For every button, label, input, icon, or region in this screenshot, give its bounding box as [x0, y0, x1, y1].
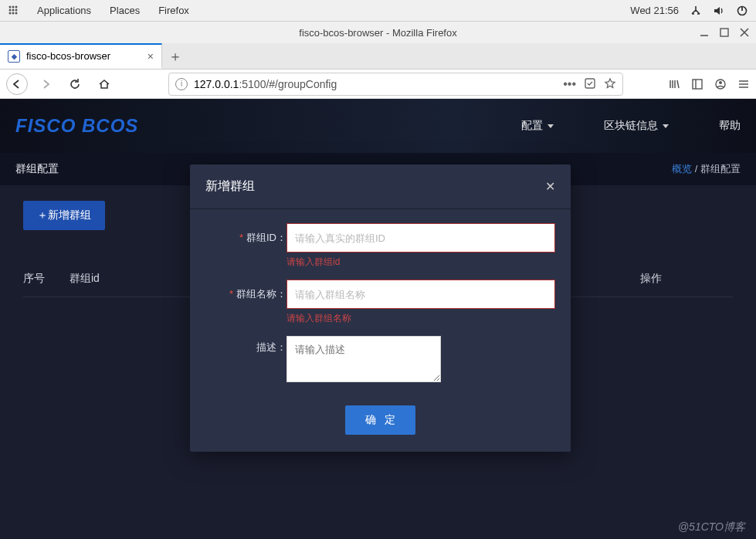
window-close[interactable]: [739, 27, 750, 38]
page-content: FISCO BCOS 配置 区块链信息 帮助 群组配置 概览 / 群组配置 ＋新…: [0, 99, 756, 539]
modal-title: 新增群组: [205, 178, 255, 195]
svg-point-3: [9, 9, 12, 12]
desc-label: 描述：: [205, 336, 286, 354]
breadcrumb-overview[interactable]: 概览: [672, 163, 692, 175]
menu-firefox[interactable]: Firefox: [158, 5, 189, 16]
url-more-icon[interactable]: •••: [563, 77, 576, 91]
menu-applications[interactable]: Applications: [37, 5, 91, 16]
window-minimize[interactable]: [699, 27, 710, 38]
nav-forward[interactable]: [34, 73, 57, 96]
breadcrumb: 概览 / 群组配置: [672, 162, 741, 176]
svg-point-2: [15, 6, 18, 8]
library-icon[interactable]: [668, 78, 680, 90]
menu-help[interactable]: 帮助: [719, 119, 741, 133]
profile-icon[interactable]: [714, 78, 727, 90]
menu-config[interactable]: 配置: [521, 119, 554, 133]
window-titlebar: fisco-bcos-browser - Mozilla Firefox: [0, 22, 756, 43]
page-title: 群组配置: [15, 162, 59, 176]
tab-favicon: ◆: [8, 50, 20, 63]
th-operation: 操作: [640, 272, 733, 286]
svg-rect-13: [585, 79, 595, 88]
url-bar[interactable]: i 127.0.0.1:5100/#/groupConfig •••: [168, 73, 623, 96]
breadcrumb-current: 群组配置: [700, 163, 741, 175]
group-name-input[interactable]: [286, 280, 555, 309]
desktop-top-bar: Applications Places Firefox Wed 21:56: [0, 0, 756, 22]
chevron-down-icon: [548, 124, 554, 128]
svg-point-0: [9, 6, 12, 8]
desc-textarea[interactable]: [286, 336, 441, 382]
site-info-icon[interactable]: i: [175, 78, 188, 90]
network-icon[interactable]: [690, 5, 702, 17]
svg-point-7: [12, 12, 15, 15]
sidebar-icon[interactable]: [691, 78, 703, 90]
close-icon[interactable]: ✕: [545, 179, 555, 194]
power-icon[interactable]: [736, 5, 748, 17]
watermark-text: @51CTO博客: [678, 520, 745, 534]
svg-point-5: [15, 9, 18, 12]
app-logo: FISCO BCOS: [15, 115, 138, 137]
url-text: 127.0.0.1:5100/#/groupConfig: [194, 78, 337, 90]
apps-icon: [8, 5, 19, 16]
volume-icon[interactable]: [713, 5, 725, 17]
svg-point-17: [719, 81, 722, 84]
add-group-modal: 新增群组 ✕ *群组ID： 请输入群组id *群组名称： 请输入群组名称 描述：: [190, 164, 571, 452]
svg-point-4: [12, 9, 15, 12]
bookmark-star-icon[interactable]: [604, 77, 616, 91]
svg-rect-14: [693, 80, 702, 89]
reader-icon[interactable]: [584, 77, 596, 91]
group-name-label: *群组名称：: [205, 280, 286, 301]
tab-fisco[interactable]: ◆ fisco-bcos-browser ×: [0, 43, 162, 69]
window-maximize[interactable]: [719, 27, 730, 38]
nav-back[interactable]: [6, 73, 28, 95]
svg-rect-12: [720, 29, 728, 36]
add-group-button[interactable]: ＋新增群组: [23, 201, 105, 230]
chevron-down-icon: [663, 124, 669, 128]
tab-title: fisco-bcos-browser: [26, 50, 110, 62]
browser-tabs: ◆ fisco-bcos-browser × ＋: [0, 43, 756, 69]
svg-point-8: [15, 12, 18, 15]
app-header: FISCO BCOS 配置 区块链信息 帮助: [0, 99, 756, 153]
svg-point-1: [12, 6, 15, 8]
group-id-label: *群组ID：: [205, 223, 286, 245]
svg-point-6: [9, 12, 12, 15]
group-id-input[interactable]: [286, 223, 555, 253]
th-seq: 序号: [23, 272, 69, 286]
tab-close-icon[interactable]: ×: [147, 50, 154, 63]
clock-text[interactable]: Wed 21:56: [630, 5, 679, 16]
group-id-error: 请输入群组id: [286, 256, 555, 269]
nav-reload[interactable]: [63, 73, 86, 96]
window-title: fisco-bcos-browser - Mozilla Firefox: [299, 27, 456, 39]
group-name-error: 请输入群组名称: [286, 312, 555, 325]
browser-navbar: i 127.0.0.1:5100/#/groupConfig •••: [0, 69, 756, 99]
new-tab-button[interactable]: ＋: [162, 43, 188, 69]
menu-places[interactable]: Places: [110, 5, 140, 16]
hamburger-menu-icon[interactable]: [737, 78, 750, 90]
nav-home[interactable]: [93, 73, 116, 96]
menu-blockchain[interactable]: 区块链信息: [604, 119, 669, 133]
confirm-button[interactable]: 确 定: [345, 405, 416, 435]
